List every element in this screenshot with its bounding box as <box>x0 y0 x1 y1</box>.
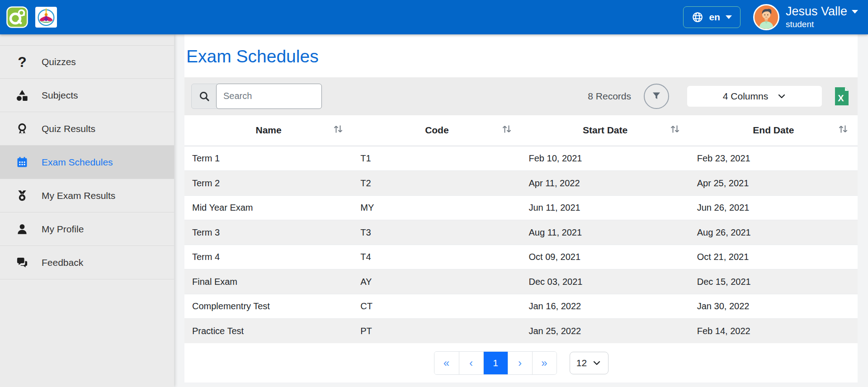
cell-code: T4 <box>353 252 521 262</box>
cell-start-date: Feb 10, 2021 <box>521 153 689 164</box>
first-page-button[interactable]: « <box>434 352 459 374</box>
table-row: Term 3 T3 Aug 11, 2021 Aug 26, 2021 <box>184 220 858 245</box>
last-page-button[interactable]: » <box>532 352 557 374</box>
category-icon <box>14 89 30 102</box>
cell-code: MY <box>353 203 521 213</box>
sidebar-item-label: Quizzes <box>42 57 76 67</box>
search-icon <box>191 84 217 109</box>
calendar-icon <box>14 156 30 169</box>
cell-name: Term 1 <box>184 153 353 164</box>
user-role: student <box>786 19 858 29</box>
cell-end-date: Jan 30, 2022 <box>689 301 858 311</box>
funnel-icon <box>651 91 662 102</box>
sort-icon[interactable] <box>333 123 344 137</box>
sidebar-item-label: Feedback <box>42 257 83 268</box>
columns-select[interactable]: 4 Columns <box>687 86 822 107</box>
sidebar-item-my-profile[interactable]: My Profile <box>0 212 174 246</box>
sidebar: ? Quizzes Subjects Quiz Result <box>0 34 174 387</box>
cell-end-date: Oct 21, 2021 <box>689 252 858 262</box>
sidebar-item-label: My Profile <box>42 224 84 235</box>
question-mark-icon: ? <box>14 55 30 69</box>
cell-start-date: Oct 09, 2021 <box>521 252 689 262</box>
table-row: Complementry Test CT Jan 16, 2022 Jan 30… <box>184 294 858 319</box>
cell-code: AY <box>353 277 521 287</box>
table-row: Final Exam AY Dec 03, 2021 Dec 15, 2021 <box>184 269 858 294</box>
search-group <box>191 84 322 109</box>
column-header-start-date[interactable]: Start Date <box>521 125 689 136</box>
user-name: Jesus Valle <box>786 5 847 19</box>
chat-icon <box>14 256 30 269</box>
cell-end-date: Feb 14, 2022 <box>689 326 858 336</box>
cell-name: Term 3 <box>184 227 353 238</box>
school-lotus-logo-icon[interactable] <box>35 7 57 28</box>
cell-code: T2 <box>353 178 521 189</box>
records-count: 8 Records <box>588 91 631 102</box>
column-header-name[interactable]: Name <box>184 125 353 136</box>
user-menu[interactable]: Jesus Valle student <box>786 5 858 29</box>
cell-end-date: Dec 15, 2021 <box>689 277 858 287</box>
sort-icon[interactable] <box>838 123 849 137</box>
filter-button[interactable] <box>644 84 669 109</box>
sidebar-item-quiz-results[interactable]: Quiz Results <box>0 112 174 146</box>
cell-start-date: Jan 25, 2022 <box>521 326 689 336</box>
language-selector[interactable]: en <box>683 6 741 28</box>
pagination: « ‹ 1 › » 12 <box>184 343 858 383</box>
columns-select-value: 4 Columns <box>723 91 768 102</box>
svg-text:X: X <box>838 93 844 103</box>
cell-code: PT <box>353 326 521 336</box>
search-input[interactable] <box>216 84 322 109</box>
sort-icon[interactable] <box>501 123 512 137</box>
medal-star-icon <box>14 189 30 202</box>
sidebar-item-subjects[interactable]: Subjects <box>0 79 174 112</box>
export-excel-button[interactable]: X <box>834 86 851 107</box>
page-size-select[interactable]: 12 <box>570 352 609 374</box>
sidebar-item-label: Exam Schedules <box>42 157 113 168</box>
sidebar-item-my-exam-results[interactable]: My Exam Results <box>0 179 174 212</box>
sidebar-item-exam-schedules[interactable]: Exam Schedules <box>0 146 174 179</box>
column-header-end-date[interactable]: End Date <box>689 125 858 136</box>
table-body: Term 1 T1 Feb 10, 2021 Feb 23, 2021 Term… <box>184 146 858 343</box>
previous-page-button[interactable]: ‹ <box>459 352 483 374</box>
cell-name: Complementry Test <box>184 301 353 311</box>
table-header-row: Name Code <box>184 115 858 146</box>
sort-icon[interactable] <box>670 123 680 137</box>
cell-end-date: Aug 26, 2021 <box>689 227 858 238</box>
column-header-code[interactable]: Code <box>353 125 521 136</box>
sidebar-item-label: Subjects <box>42 90 78 101</box>
person-icon <box>14 223 30 236</box>
cell-name: Term 2 <box>184 178 353 189</box>
app-logo-icon[interactable] <box>6 6 28 28</box>
sidebar-item-feedback[interactable]: Feedback <box>0 246 174 279</box>
current-page-button[interactable]: 1 <box>483 352 508 374</box>
table-row: Practice Test PT Jan 25, 2022 Feb 14, 20… <box>184 318 858 343</box>
cell-start-date: Apr 11, 2022 <box>521 178 689 189</box>
chevron-down-icon <box>592 359 601 368</box>
globe-icon <box>692 11 703 23</box>
cell-code: T1 <box>353 153 521 164</box>
cell-start-date: Aug 11, 2021 <box>521 227 689 238</box>
cell-code: T3 <box>353 227 521 238</box>
chevron-down-icon <box>777 92 786 101</box>
cell-code: CT <box>353 301 521 311</box>
cell-name: Term 4 <box>184 252 353 262</box>
table-row: Term 2 T2 Apr 11, 2022 Apr 25, 2021 <box>184 170 858 195</box>
avatar[interactable] <box>753 4 779 30</box>
table-row: Term 4 T4 Oct 09, 2021 Oct 21, 2021 <box>184 245 858 269</box>
excel-file-icon: X <box>834 86 850 106</box>
table-toolbar: 8 Records 4 Columns <box>184 77 858 115</box>
cell-name: Practice Test <box>184 326 353 336</box>
cell-start-date: Jun 11, 2021 <box>521 203 689 213</box>
cell-end-date: Apr 25, 2021 <box>689 178 858 189</box>
top-header: en Jesus Valle student <box>0 0 868 34</box>
medal-icon <box>14 123 30 135</box>
next-page-button[interactable]: › <box>508 352 532 374</box>
chevron-down-icon <box>852 10 858 14</box>
sidebar-item-quizzes[interactable]: ? Quizzes <box>0 45 174 79</box>
cell-start-date: Dec 03, 2021 <box>521 277 689 287</box>
cell-name: Mid Year Exam <box>184 203 353 213</box>
main-content: Exam Schedules 8 Records <box>174 34 868 387</box>
table-row: Mid Year Exam MY Jun 11, 2021 Jun 26, 20… <box>184 195 858 220</box>
page-title: Exam Schedules <box>184 34 858 77</box>
cell-start-date: Jan 16, 2022 <box>521 301 689 311</box>
sidebar-item-label: My Exam Results <box>42 190 115 201</box>
